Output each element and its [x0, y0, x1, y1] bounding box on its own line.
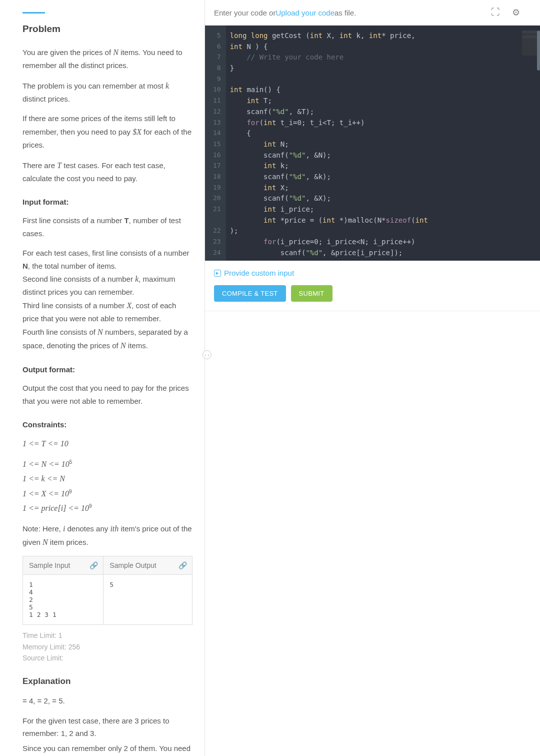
output-body: Output the cost that you need to pay for…	[22, 382, 192, 407]
line-gutter: 5678910111213141516171819202122232425262…	[205, 26, 226, 261]
sample-output-header: Sample Output🔗	[104, 556, 192, 575]
constraint-3: 1 <= k <= N	[22, 472, 192, 485]
var-dollar-X: $X	[132, 128, 142, 136]
submit-button[interactable]: SUBMIT	[291, 285, 332, 302]
input-line-2: For each test cases, first line consists…	[22, 247, 192, 352]
link-icon[interactable]: 🔗	[178, 561, 187, 569]
code-area[interactable]: long long getCost (int X, int k, int* pr…	[226, 26, 540, 261]
sample-output-cell: 5	[104, 575, 192, 625]
problem-body: You are given the prices of N items. You…	[22, 46, 192, 756]
output-format-heading: Output format:	[22, 365, 192, 374]
constraint-1: 1 <= T <= 10	[22, 437, 192, 450]
input-format-heading: Input format:	[22, 198, 192, 206]
resize-handle[interactable]: ‹ ›	[202, 350, 212, 359]
limits-meta: Time Limit: 1 Memory Limit: 256 Source L…	[22, 630, 192, 663]
constraint-4: 1 <= X <= 109	[22, 487, 192, 500]
vertical-scrollbar[interactable]	[537, 31, 540, 71]
constraint-5: 1 <= price[i] <= 109	[22, 501, 192, 515]
compile-test-button[interactable]: COMPILE & TEST	[214, 285, 286, 302]
sample-input-cell: 1 4 2 5 1 2 3 1	[23, 575, 104, 625]
var-k: k	[166, 82, 169, 90]
constraint-note: Note: Here, i denotes any ith item's pri…	[22, 522, 192, 549]
active-tab-indicator	[22, 12, 45, 14]
minimap[interactable]	[522, 31, 537, 56]
editor-panel: Enter your code or Upload your code as f…	[205, 0, 540, 756]
editor-top-bar: Enter your code or Upload your code as f…	[205, 0, 540, 26]
caret-icon: ▸	[214, 270, 221, 277]
para-2: The problem is you can remember at most …	[22, 79, 192, 106]
prompt-text: Enter your code or	[214, 9, 276, 17]
var-N: N	[113, 48, 118, 57]
upload-link[interactable]: Upload your code	[276, 9, 334, 17]
input-line-1: First line consists of a number T, numbe…	[22, 214, 192, 240]
explain-3: Since you can remember only 2 of them. Y…	[22, 742, 192, 756]
sample-io-table: Sample Input🔗 Sample Output🔗 1 4 2 5 1 2…	[22, 556, 192, 625]
explanation-heading: Explanation	[22, 676, 192, 686]
explain-2: For the given test case, there are 3 pri…	[22, 714, 192, 740]
problem-panel: Problem You are given the prices of N it…	[0, 0, 205, 756]
sample-input-header: Sample Input🔗	[23, 556, 104, 575]
provide-custom-input-link[interactable]: ▸ Provide custom input	[205, 261, 540, 285]
problem-heading: Problem	[22, 24, 192, 35]
constraint-2: 1 <= N <= 105	[22, 457, 192, 471]
gear-icon[interactable]: ⚙	[512, 7, 520, 18]
para-4: There are T test cases. For each test ca…	[22, 159, 192, 185]
link-icon[interactable]: 🔗	[90, 561, 98, 569]
code-editor[interactable]: 5678910111213141516171819202122232425262…	[205, 26, 540, 261]
constraints-heading: Constraints:	[22, 420, 192, 429]
explain-1: = 4, = 2, = 5.	[22, 694, 192, 707]
para-3: If there are some prices of the items st…	[22, 112, 192, 151]
prompt-text-b: as file.	[334, 9, 356, 17]
fullscreen-icon[interactable]: ⛶	[491, 7, 500, 18]
var-T: T	[57, 161, 62, 170]
button-row: COMPILE & TEST SUBMIT	[205, 285, 540, 311]
para-1: You are given the prices of N items. You…	[22, 46, 192, 72]
